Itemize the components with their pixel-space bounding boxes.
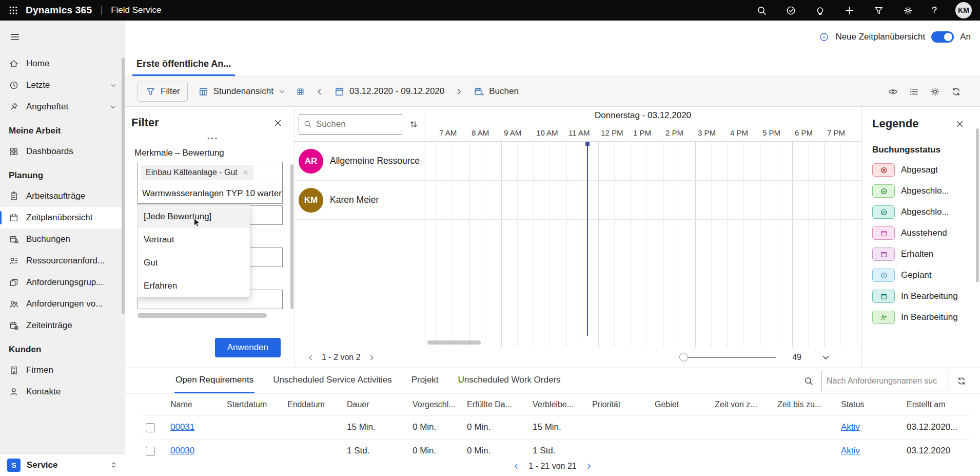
dropdown-option[interactable]: Vertraut (138, 228, 250, 251)
filter-funnel-icon[interactable] (873, 5, 884, 16)
plus-icon[interactable] (844, 5, 855, 16)
column-header[interactable]: Verbleibe... (530, 394, 589, 415)
book-button[interactable]: Buchen (474, 86, 519, 97)
row-checkbox[interactable] (146, 423, 155, 432)
user-avatar[interactable]: KM (955, 2, 972, 18)
tab-erste-oeffentliche-ansicht[interactable]: Erste öffentliche An... (132, 59, 235, 76)
zoom-slider[interactable] (683, 357, 776, 358)
area-switcher[interactable]: S Service (0, 453, 125, 476)
zoom-slider-knob[interactable] (679, 353, 688, 361)
status-link[interactable]: Aktiv (841, 422, 860, 432)
column-header[interactable]: Zeit bis zu... (774, 394, 838, 415)
status-link[interactable]: Aktiv (841, 446, 860, 455)
dropdown-option[interactable]: Erfahren (138, 274, 250, 297)
view-visibility-button[interactable] (888, 86, 898, 97)
requirements-tab[interactable]: Unscheduled Service Activities (272, 368, 393, 393)
column-header[interactable]: Dauer (344, 394, 409, 415)
chevron-down-icon[interactable] (109, 103, 117, 111)
search-icon[interactable] (803, 376, 814, 386)
resource-row[interactable]: AR Allgemeine Ressource (295, 142, 424, 181)
resource-row[interactable]: KM Karen Meier (295, 181, 424, 220)
chevron-up-down-icon[interactable] (109, 461, 118, 469)
app-name[interactable]: Field Service (111, 5, 161, 15)
requirement-name-link[interactable]: 00031 (170, 422, 194, 432)
column-header[interactable]: Priorität (589, 394, 652, 415)
filter-vertical-scrollbar[interactable] (290, 164, 293, 309)
top-bar-left: Dynamics 365 Field Service (8, 5, 161, 16)
grid-horizontal-scrollbar[interactable] (427, 340, 481, 345)
characteristic-rating-multiselect[interactable]: Einbau Kälteanlage - Gut Warmwasseranlag… (138, 162, 283, 204)
hamburger-menu-icon[interactable] (9, 31, 21, 43)
settings-gear-icon[interactable] (903, 5, 913, 16)
filter-horizontal-scrollbar[interactable] (138, 313, 267, 318)
pager-previous-icon[interactable] (307, 354, 315, 361)
column-header[interactable]: Erstellt am (904, 394, 970, 415)
previous-period-button[interactable] (315, 87, 324, 96)
refresh-icon[interactable] (956, 376, 967, 386)
chevron-down-icon[interactable] (109, 82, 117, 89)
app-launcher-icon[interactable] (8, 5, 18, 15)
requirements-tab[interactable]: Projekt (410, 368, 440, 393)
collapse-panel-icon[interactable] (821, 353, 831, 363)
table-row[interactable]: 00031 15 Min. 0 Min. 0 Min. 15 Min. (143, 415, 970, 439)
column-header[interactable]: Gebiet (652, 394, 712, 415)
resource-search-box[interactable] (299, 114, 402, 135)
sidebar-item[interactable]: Ressourcenanford... (0, 250, 125, 272)
details-pane-button[interactable] (909, 86, 919, 97)
sidebar-item[interactable]: Home (0, 53, 125, 74)
view-mode-dropdown[interactable]: Stundenansicht (198, 86, 286, 97)
remove-chip-icon[interactable] (242, 169, 249, 176)
column-header[interactable]: Erfüllte Da... (464, 394, 530, 415)
column-header[interactable]: Name (167, 394, 224, 415)
resource-grid-row[interactable] (424, 142, 861, 181)
requirements-search-input[interactable] (821, 371, 949, 391)
row-checkbox[interactable] (146, 447, 155, 456)
sidebar-item[interactable]: Angeheftet (0, 96, 125, 118)
grid-view-button[interactable] (296, 87, 305, 96)
search-icon[interactable] (756, 5, 767, 16)
sidebar-scrollbar[interactable] (122, 58, 125, 314)
booking-grid[interactable] (424, 142, 861, 347)
sidebar-item[interactable]: Dashboards (0, 141, 125, 162)
legend-scrollbar[interactable] (976, 128, 979, 282)
column-header[interactable]: Enddatum (284, 394, 344, 415)
requirements-tab[interactable]: Unscheduled Work Orders (457, 368, 562, 393)
sidebar-item[interactable]: Arbeitsaufträge (0, 185, 125, 207)
column-header[interactable]: Startdatum (224, 394, 284, 415)
next-period-button[interactable] (455, 87, 463, 96)
checklist-icon[interactable] (786, 5, 796, 16)
new-schedule-board-toggle[interactable] (931, 31, 954, 43)
sidebar-item[interactable]: Anforderungen vo... (0, 293, 125, 315)
dropdown-option[interactable]: Gut (138, 251, 250, 274)
resource-search-input[interactable] (316, 119, 398, 129)
requirement-name-link[interactable]: 00030 (170, 446, 194, 455)
pager-next-icon[interactable] (585, 462, 593, 470)
sidebar-item[interactable]: Anforderungsgrup... (0, 272, 125, 293)
column-header[interactable]: Status (838, 394, 904, 415)
refresh-button[interactable] (951, 86, 962, 97)
column-header[interactable]: Zeit von z... (712, 394, 774, 415)
resource-grid-row[interactable] (424, 181, 861, 220)
sidebar-item[interactable]: Kontakte (0, 381, 125, 403)
pager-previous-icon[interactable] (512, 462, 520, 470)
sidebar-item-label: Zeiteinträge (26, 320, 72, 331)
column-header[interactable]: Vorgeschl... (409, 394, 464, 415)
sort-resources-icon[interactable] (408, 119, 419, 129)
apply-button[interactable]: Anwenden (215, 338, 281, 357)
help-icon[interactable]: ? (932, 5, 937, 16)
day-header: Donnerstag - 03.12.2020 (424, 107, 861, 124)
filter-button[interactable]: Filter (138, 82, 188, 102)
date-range-picker[interactable]: 03.12.2020 - 09.12.2020 (334, 86, 444, 97)
sidebar-item[interactable]: Zeiteinträge (0, 315, 125, 336)
close-filter-icon[interactable] (273, 118, 283, 128)
sidebar-item[interactable]: Letzte (0, 74, 125, 96)
sidebar-item[interactable]: Buchungen (0, 229, 125, 250)
pager-next-icon[interactable] (368, 354, 376, 361)
sidebar-item[interactable]: Zeitplanübersicht (0, 207, 125, 229)
board-settings-button[interactable] (930, 86, 940, 97)
requirements-tab[interactable]: Open Requirements (174, 368, 254, 393)
close-legend-icon[interactable] (955, 119, 965, 129)
sidebar-item[interactable]: Firmen (0, 359, 125, 381)
filter-overflow-button[interactable]: ... (143, 130, 283, 142)
lightbulb-icon[interactable] (815, 5, 826, 16)
